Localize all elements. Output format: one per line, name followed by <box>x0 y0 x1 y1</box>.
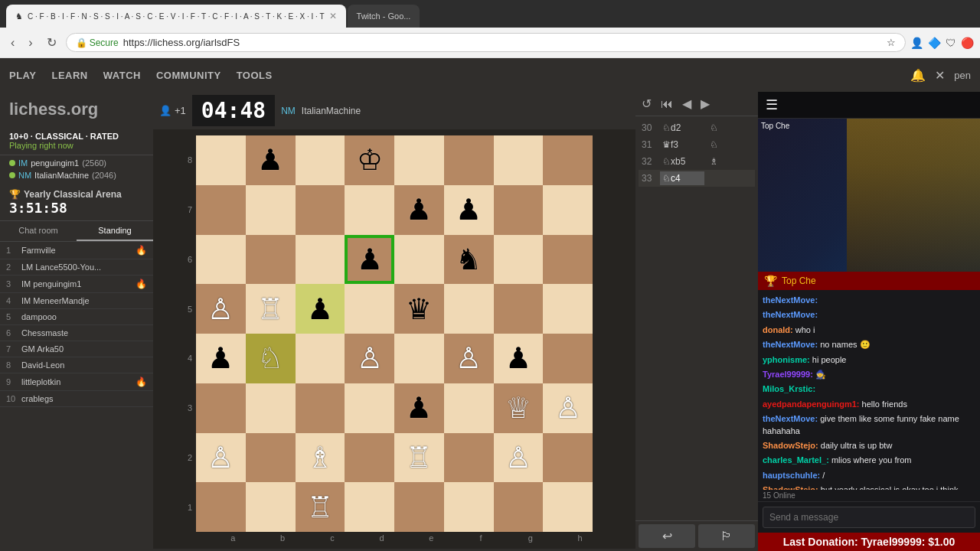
chess-piece[interactable]: ♔ <box>357 145 383 174</box>
toolbar-icon-1[interactable]: 🔷 <box>928 37 941 49</box>
square-d6[interactable]: ♟ <box>345 235 394 285</box>
square-d7[interactable] <box>345 185 394 235</box>
chess-piece[interactable]: ♙ <box>505 443 531 472</box>
square-e3[interactable]: ♟ <box>394 383 444 433</box>
square-c8[interactable] <box>296 135 345 185</box>
notification-bell-icon[interactable]: 🔔 <box>910 68 926 83</box>
square-e8[interactable] <box>394 135 444 185</box>
player-name-2[interactable]: ItalianMachine <box>34 171 89 180</box>
move-white-32[interactable]: ♘xb5 <box>660 155 704 168</box>
chess-piece[interactable]: ♖ <box>406 443 432 472</box>
forward-button[interactable]: › <box>24 33 37 53</box>
chess-piece[interactable]: ♙ <box>207 443 234 472</box>
chess-piece[interactable]: ♟ <box>406 195 432 224</box>
square-a1[interactable] <box>196 482 246 532</box>
nav-tools[interactable]: TOOLS <box>237 70 273 81</box>
top-player-name[interactable]: ItalianMachine <box>302 106 361 116</box>
stream-preview[interactable]: Top Che <box>758 119 980 272</box>
chess-piece[interactable]: ♖ <box>257 295 283 324</box>
square-g7[interactable] <box>494 185 544 235</box>
square-a8[interactable] <box>196 135 246 185</box>
square-f2[interactable] <box>444 433 494 483</box>
standing-item-1[interactable]: 1 Farmville 🔥 <box>0 242 153 259</box>
square-g4[interactable]: ♟ <box>494 334 544 383</box>
standing-item-6[interactable]: 6 Chessmaste <box>0 325 153 341</box>
prev-move-button[interactable]: ◀ <box>679 95 694 112</box>
chat-user-charles[interactable]: charles_Martel_: <box>763 455 829 465</box>
square-e7[interactable]: ♟ <box>394 185 444 235</box>
chess-piece[interactable]: ♟ <box>456 195 482 224</box>
move-white-31[interactable]: ♛f3 <box>660 138 704 152</box>
square-f8[interactable] <box>444 135 494 185</box>
square-a3[interactable] <box>196 383 246 433</box>
standing-item-2[interactable]: 2 LM Lance5500-You... <box>0 259 153 276</box>
chat-user-nextmove3[interactable]: theNextMove: <box>763 340 818 349</box>
move-black-30[interactable]: ♘ <box>707 121 752 135</box>
square-b3[interactable] <box>246 383 296 433</box>
standing-item-3[interactable]: 3 IM penguingim1 🔥 <box>0 276 153 293</box>
chess-piece[interactable]: ♟ <box>406 393 432 422</box>
square-a7[interactable] <box>196 185 246 235</box>
player-name-1[interactable]: penguingim1 <box>31 158 79 168</box>
chat-user-nextmove2[interactable]: theNextMove: <box>763 310 818 319</box>
chess-piece[interactable]: ♕ <box>505 393 531 422</box>
square-h8[interactable] <box>543 135 593 185</box>
square-g8[interactable] <box>494 135 544 185</box>
square-c3[interactable] <box>296 383 345 433</box>
chat-input[interactable] <box>763 507 975 528</box>
chess-piece[interactable]: ♗ <box>307 443 333 472</box>
chess-piece[interactable]: ♟ <box>357 245 383 274</box>
chess-piece[interactable]: ♙ <box>357 344 383 373</box>
tab-chat-room[interactable]: Chat room <box>0 221 77 241</box>
square-f7[interactable]: ♟ <box>444 185 494 235</box>
nav-community[interactable]: COMMUNITY <box>156 70 221 81</box>
square-e4[interactable] <box>394 334 444 383</box>
square-h7[interactable] <box>543 185 593 235</box>
square-a6[interactable] <box>196 235 246 285</box>
square-c5[interactable]: ♟ <box>296 284 345 334</box>
square-b8[interactable]: ♟ <box>246 135 296 185</box>
next-move-button[interactable]: ▶ <box>697 95 713 112</box>
square-b5[interactable]: ♖ <box>246 284 296 334</box>
address-bar[interactable]: 🔒 Secure https://lichess.org/iarlsdFS ☆ <box>66 33 906 52</box>
move-black-33[interactable] <box>707 177 752 180</box>
square-f1[interactable] <box>444 482 494 532</box>
square-b6[interactable] <box>246 235 296 285</box>
square-b1[interactable] <box>246 482 296 532</box>
hamburger-icon[interactable]: ☰ <box>766 96 778 113</box>
chess-piece[interactable]: ♘ <box>257 344 283 373</box>
square-h1[interactable] <box>543 482 593 532</box>
square-g2[interactable]: ♙ <box>494 433 544 483</box>
standing-item-9[interactable]: 9 littleplotkin 🔥 <box>0 373 153 391</box>
square-h4[interactable] <box>543 334 593 383</box>
square-b4[interactable]: ♘ <box>246 334 296 383</box>
user-profile[interactable]: pen <box>954 70 971 81</box>
toolbar-icon-2[interactable]: 🛡 <box>946 37 956 49</box>
standing-item-4[interactable]: 4 IM MeneerMandje <box>0 293 153 309</box>
square-h6[interactable] <box>543 235 593 285</box>
square-e1[interactable] <box>394 482 444 532</box>
standing-item-7[interactable]: 7 GM Arka50 <box>0 341 153 357</box>
chess-piece[interactable]: ♙ <box>555 393 581 422</box>
chess-piece[interactable]: ♟ <box>307 295 333 324</box>
chess-piece[interactable]: ♟ <box>257 145 283 174</box>
square-f3[interactable] <box>444 383 494 433</box>
close-icon[interactable]: ✕ <box>935 68 945 83</box>
square-c1[interactable]: ♖ <box>296 482 345 532</box>
square-f6[interactable]: ♞ <box>444 235 494 285</box>
move-white-33[interactable]: ♘c4 <box>660 171 704 185</box>
square-d2[interactable] <box>345 433 394 483</box>
square-a5[interactable]: ♙ <box>196 284 246 334</box>
site-logo[interactable]: lichess.org <box>0 92 153 127</box>
move-white-30[interactable]: ♘d2 <box>660 121 704 135</box>
chat-user-shadowstejo1[interactable]: ShadowStejo: <box>763 441 818 450</box>
tab-close-icon[interactable]: ✕ <box>329 11 337 21</box>
square-e2[interactable]: ♖ <box>394 433 444 483</box>
move-black-31[interactable]: ♘ <box>707 138 752 152</box>
square-d4[interactable]: ♙ <box>345 334 394 383</box>
chess-piece[interactable]: ♟ <box>207 344 234 373</box>
square-a2[interactable]: ♙ <box>196 433 246 483</box>
square-c7[interactable] <box>296 185 345 235</box>
square-f5[interactable] <box>444 284 494 334</box>
chess-piece[interactable]: ♟ <box>505 344 531 373</box>
